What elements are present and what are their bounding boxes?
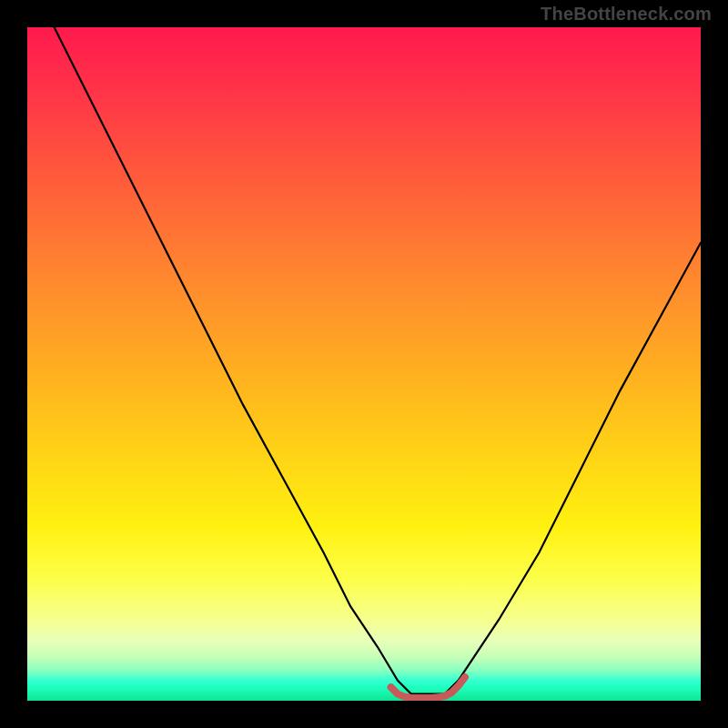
plot-area	[27, 27, 701, 701]
highlight-curve-path	[391, 677, 465, 698]
curve-overlay	[27, 27, 701, 701]
main-curve-path	[55, 27, 701, 694]
watermark-text: TheBottleneck.com	[541, 4, 712, 25]
chart-frame: TheBottleneck.com	[0, 0, 728, 728]
